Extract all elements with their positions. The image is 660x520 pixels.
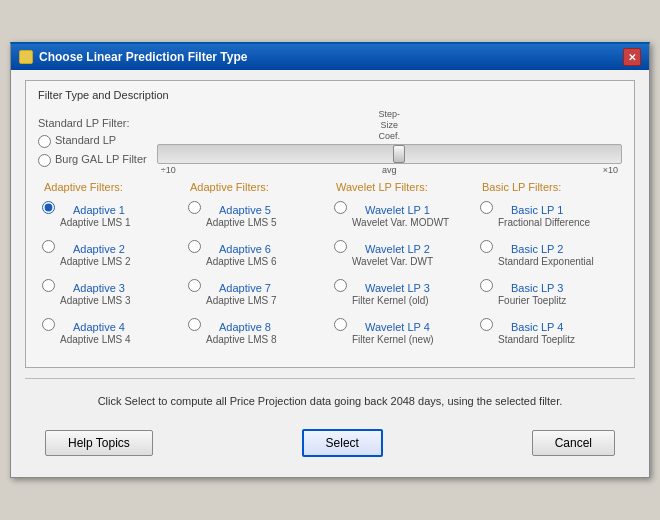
filter-item-name: Basic LP 1 — [511, 204, 563, 216]
divider — [25, 378, 635, 379]
filter-radio-2-0[interactable] — [334, 201, 347, 214]
group-title: Filter Type and Description — [38, 89, 622, 101]
filter-item-name: Wavelet LP 3 — [365, 282, 430, 294]
filter-item-sub: Filter Kernel (old) — [352, 295, 472, 306]
help-button[interactable]: Help Topics — [45, 430, 153, 456]
filter-radio-2-1[interactable] — [334, 240, 347, 253]
filter-item-name: Basic LP 2 — [511, 243, 563, 255]
filter-item-sub: Standard Exponential — [498, 256, 618, 267]
filter-item-name: Adaptive 6 — [219, 243, 271, 255]
slider-mid-label: avg — [382, 165, 397, 175]
filter-item-name: Adaptive 8 — [219, 321, 271, 333]
filter-item-sub: Wavelet Var. DWT — [352, 256, 472, 267]
filter-col-header-1: Adaptive Filters: — [188, 181, 326, 193]
filter-item: Adaptive 6Adaptive LMS 6 — [188, 238, 326, 267]
filter-radio-1-1[interactable] — [188, 240, 201, 253]
filter-item: Adaptive 2Adaptive LMS 2 — [42, 238, 180, 267]
filter-item-name: Basic LP 3 — [511, 282, 563, 294]
filter-radio-0-3[interactable] — [42, 318, 55, 331]
step-size-slider[interactable] — [157, 144, 622, 164]
filter-item: Wavelet LP 4Filter Kernel (new) — [334, 316, 472, 345]
filter-col-0: Adaptive Filters:Adaptive 1Adaptive LMS … — [38, 181, 184, 355]
filter-item: Basic LP 4Standard Toeplitz — [480, 316, 618, 345]
cancel-button[interactable]: Cancel — [532, 430, 615, 456]
slider-header: Step- Size Coef. — [157, 109, 622, 141]
filter-item-name: Adaptive 3 — [73, 282, 125, 294]
slider-thumb — [393, 145, 405, 163]
filter-item-name: Adaptive 5 — [219, 204, 271, 216]
filter-item-sub: Adaptive LMS 2 — [60, 256, 180, 267]
standard-lp-radio-row: Standard LP — [38, 133, 147, 148]
info-text: Click Select to compute all Price Projec… — [25, 387, 635, 415]
filter-item: Adaptive 3Adaptive LMS 3 — [42, 277, 180, 306]
filter-col-2: Wavelet LP Filters:Wavelet LP 1Wavelet V… — [330, 181, 476, 355]
filter-item: Adaptive 7Adaptive LMS 7 — [188, 277, 326, 306]
filter-col-header-2: Wavelet LP Filters: — [334, 181, 472, 193]
filter-item-sub: Standard Toeplitz — [498, 334, 618, 345]
filter-col-1: Adaptive Filters:Adaptive 5Adaptive LMS … — [184, 181, 330, 355]
content-area: Filter Type and Description Standard LP … — [11, 70, 649, 476]
filter-radio-3-2[interactable] — [480, 279, 493, 292]
filter-grid: Adaptive Filters:Adaptive 1Adaptive LMS … — [38, 181, 622, 355]
filter-item-name: Wavelet LP 4 — [365, 321, 430, 333]
standard-lp-radio[interactable] — [38, 135, 51, 148]
filter-item-name: Adaptive 1 — [73, 204, 125, 216]
filter-radio-0-1[interactable] — [42, 240, 55, 253]
filter-item-sub: Adaptive LMS 7 — [206, 295, 326, 306]
filter-item-sub: Adaptive LMS 1 — [60, 217, 180, 228]
filter-item-sub: Filter Kernel (new) — [352, 334, 472, 345]
filter-item: Wavelet LP 2Wavelet Var. DWT — [334, 238, 472, 267]
filter-item-sub: Wavelet Var. MODWT — [352, 217, 472, 228]
filter-item: Basic LP 3Fourier Toeplitz — [480, 277, 618, 306]
filter-radio-3-1[interactable] — [480, 240, 493, 253]
filter-item: Adaptive 4Adaptive LMS 4 — [42, 316, 180, 345]
standard-lp-radio-label: Standard LP — [55, 134, 116, 146]
filter-col-header-0: Adaptive Filters: — [42, 181, 180, 193]
filter-item-sub: Adaptive LMS 3 — [60, 295, 180, 306]
filter-item-sub: Fractional Difference — [498, 217, 618, 228]
button-row: Help Topics Select Cancel — [25, 423, 635, 467]
slider-max-label: ×10 — [603, 165, 618, 175]
filter-item: Basic LP 1Fractional Difference — [480, 199, 618, 228]
group-box: Filter Type and Description Standard LP … — [25, 80, 635, 367]
filter-radio-2-3[interactable] — [334, 318, 347, 331]
filter-item-sub: Fourier Toeplitz — [498, 295, 618, 306]
filter-item: Wavelet LP 3Filter Kernel (old) — [334, 277, 472, 306]
filter-item-sub: Adaptive LMS 8 — [206, 334, 326, 345]
standard-lp-label: Standard LP Filter: — [38, 117, 147, 129]
slider-min-label: ÷10 — [161, 165, 176, 175]
filter-radio-0-2[interactable] — [42, 279, 55, 292]
filter-item-sub: Adaptive LMS 5 — [206, 217, 326, 228]
filter-radio-1-0[interactable] — [188, 201, 201, 214]
filter-radio-0-0[interactable] — [42, 201, 55, 214]
filter-item-name: Adaptive 7 — [219, 282, 271, 294]
filter-radio-3-3[interactable] — [480, 318, 493, 331]
filter-radio-2-2[interactable] — [334, 279, 347, 292]
filter-item: Wavelet LP 1Wavelet Var. MODWT — [334, 199, 472, 228]
filter-radio-3-0[interactable] — [480, 201, 493, 214]
burg-gal-radio-label: Burg GAL LP Filter — [55, 153, 147, 165]
filter-radio-1-2[interactable] — [188, 279, 201, 292]
standard-filter-row: Standard LP Filter: Standard LP Burg GAL… — [38, 109, 622, 174]
filter-item: Basic LP 2Standard Exponential — [480, 238, 618, 267]
filter-item-sub: Adaptive LMS 6 — [206, 256, 326, 267]
burg-gal-radio-row: Burg GAL LP Filter — [38, 152, 147, 167]
filter-item-name: Wavelet LP 1 — [365, 204, 430, 216]
filter-item: Adaptive 5Adaptive LMS 5 — [188, 199, 326, 228]
filter-item-name: Adaptive 2 — [73, 243, 125, 255]
title-bar: Choose Linear Prediction Filter Type ✕ — [11, 44, 649, 70]
filter-item: Adaptive 1Adaptive LMS 1 — [42, 199, 180, 228]
filter-item-name: Adaptive 4 — [73, 321, 125, 333]
burg-gal-radio[interactable] — [38, 154, 51, 167]
window-icon — [19, 50, 33, 64]
filter-item: Adaptive 8Adaptive LMS 8 — [188, 316, 326, 345]
filter-col-header-3: Basic LP Filters: — [480, 181, 618, 193]
filter-col-3: Basic LP Filters:Basic LP 1Fractional Di… — [476, 181, 622, 355]
close-button[interactable]: ✕ — [623, 48, 641, 66]
filter-item-name: Wavelet LP 2 — [365, 243, 430, 255]
main-window: Choose Linear Prediction Filter Type ✕ F… — [10, 42, 650, 477]
filter-item-name: Basic LP 4 — [511, 321, 563, 333]
filter-radio-1-3[interactable] — [188, 318, 201, 331]
select-button[interactable]: Select — [302, 429, 383, 457]
filter-item-sub: Adaptive LMS 4 — [60, 334, 180, 345]
